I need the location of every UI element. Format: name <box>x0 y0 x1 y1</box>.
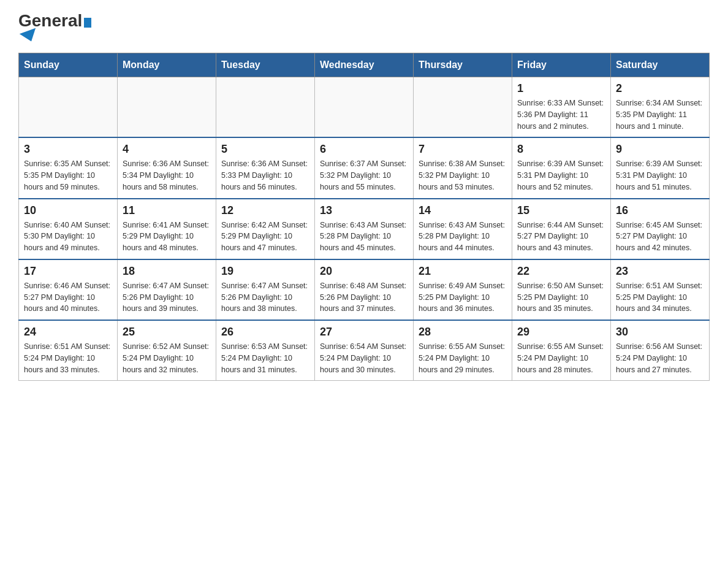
day-info: Sunrise: 6:43 AM Sunset: 5:28 PM Dayligh… <box>320 220 408 254</box>
day-number: 5 <box>221 143 309 156</box>
calendar-day-cell: 18Sunrise: 6:47 AM Sunset: 5:26 PM Dayli… <box>118 259 216 320</box>
calendar-day-cell: 17Sunrise: 6:46 AM Sunset: 5:27 PM Dayli… <box>19 259 118 320</box>
weekday-header-row: SundayMondayTuesdayWednesdayThursdayFrid… <box>19 53 710 77</box>
day-number: 7 <box>419 143 507 156</box>
day-number: 23 <box>616 265 704 278</box>
calendar-day-cell: 13Sunrise: 6:43 AM Sunset: 5:28 PM Dayli… <box>315 199 414 259</box>
calendar-day-cell: 20Sunrise: 6:48 AM Sunset: 5:26 PM Dayli… <box>315 259 414 320</box>
day-number: 16 <box>616 204 704 217</box>
day-info: Sunrise: 6:36 AM Sunset: 5:33 PM Dayligh… <box>221 158 309 193</box>
calendar-week-row: 10Sunrise: 6:40 AM Sunset: 5:30 PM Dayli… <box>19 199 710 259</box>
day-info: Sunrise: 6:46 AM Sunset: 5:27 PM Dayligh… <box>24 280 112 315</box>
calendar-day-cell: 27Sunrise: 6:54 AM Sunset: 5:24 PM Dayli… <box>315 320 414 381</box>
calendar-day-cell: 11Sunrise: 6:41 AM Sunset: 5:29 PM Dayli… <box>118 199 216 259</box>
calendar-day-cell: 19Sunrise: 6:47 AM Sunset: 5:26 PM Dayli… <box>216 259 315 320</box>
weekday-header-friday: Friday <box>512 53 611 77</box>
calendar-table: SundayMondayTuesdayWednesdayThursdayFrid… <box>18 53 710 381</box>
day-number: 2 <box>616 82 704 95</box>
day-info: Sunrise: 6:40 AM Sunset: 5:30 PM Dayligh… <box>24 220 112 254</box>
day-number: 14 <box>419 204 507 217</box>
day-info: Sunrise: 6:50 AM Sunset: 5:25 PM Dayligh… <box>517 280 605 315</box>
calendar-day-cell <box>19 77 118 138</box>
day-info: Sunrise: 6:34 AM Sunset: 5:35 PM Dayligh… <box>616 98 704 132</box>
day-info: Sunrise: 6:47 AM Sunset: 5:26 PM Dayligh… <box>221 280 309 315</box>
calendar-day-cell <box>315 77 414 138</box>
day-number: 1 <box>517 82 605 95</box>
calendar-day-cell: 4Sunrise: 6:36 AM Sunset: 5:34 PM Daylig… <box>118 137 216 198</box>
day-info: Sunrise: 6:39 AM Sunset: 5:31 PM Dayligh… <box>616 158 704 193</box>
day-number: 8 <box>517 143 605 156</box>
day-number: 4 <box>123 143 211 156</box>
calendar-day-cell <box>118 77 216 138</box>
logo-blue-text <box>18 29 38 40</box>
day-info: Sunrise: 6:35 AM Sunset: 5:35 PM Dayligh… <box>24 158 112 193</box>
day-number: 21 <box>419 265 507 278</box>
day-number: 26 <box>221 326 309 339</box>
day-number: 9 <box>616 143 704 156</box>
calendar-day-cell: 23Sunrise: 6:51 AM Sunset: 5:25 PM Dayli… <box>611 259 710 320</box>
day-number: 24 <box>24 326 112 339</box>
day-number: 6 <box>320 143 408 156</box>
calendar-day-cell: 25Sunrise: 6:52 AM Sunset: 5:24 PM Dayli… <box>118 320 216 381</box>
weekday-header-wednesday: Wednesday <box>315 53 414 77</box>
calendar-day-cell: 30Sunrise: 6:56 AM Sunset: 5:24 PM Dayli… <box>611 320 710 381</box>
day-number: 20 <box>320 265 408 278</box>
day-info: Sunrise: 6:43 AM Sunset: 5:28 PM Dayligh… <box>419 220 507 254</box>
calendar-day-cell: 22Sunrise: 6:50 AM Sunset: 5:25 PM Dayli… <box>512 259 611 320</box>
weekday-header-thursday: Thursday <box>414 53 512 77</box>
day-info: Sunrise: 6:51 AM Sunset: 5:25 PM Dayligh… <box>616 280 704 315</box>
calendar-day-cell: 28Sunrise: 6:55 AM Sunset: 5:24 PM Dayli… <box>414 320 512 381</box>
day-number: 10 <box>24 204 112 217</box>
logo: General <box>18 12 91 40</box>
calendar-day-cell <box>414 77 512 138</box>
calendar-day-cell: 29Sunrise: 6:55 AM Sunset: 5:24 PM Dayli… <box>512 320 611 381</box>
day-info: Sunrise: 6:52 AM Sunset: 5:24 PM Dayligh… <box>123 341 211 375</box>
day-number: 12 <box>221 204 309 217</box>
logo-general-text: General <box>18 12 91 29</box>
calendar-day-cell: 7Sunrise: 6:38 AM Sunset: 5:32 PM Daylig… <box>414 137 512 198</box>
day-number: 19 <box>221 265 309 278</box>
day-info: Sunrise: 6:49 AM Sunset: 5:25 PM Dayligh… <box>419 280 507 315</box>
calendar-day-cell: 24Sunrise: 6:51 AM Sunset: 5:24 PM Dayli… <box>19 320 118 381</box>
calendar-day-cell: 21Sunrise: 6:49 AM Sunset: 5:25 PM Dayli… <box>414 259 512 320</box>
weekday-header-saturday: Saturday <box>611 53 710 77</box>
day-number: 29 <box>517 326 605 339</box>
page-header: General <box>18 12 710 40</box>
calendar-day-cell: 2Sunrise: 6:34 AM Sunset: 5:35 PM Daylig… <box>611 77 710 138</box>
calendar-week-row: 24Sunrise: 6:51 AM Sunset: 5:24 PM Dayli… <box>19 320 710 381</box>
day-info: Sunrise: 6:55 AM Sunset: 5:24 PM Dayligh… <box>517 341 605 375</box>
day-info: Sunrise: 6:42 AM Sunset: 5:29 PM Dayligh… <box>221 220 309 254</box>
calendar-day-cell: 1Sunrise: 6:33 AM Sunset: 5:36 PM Daylig… <box>512 77 611 138</box>
day-info: Sunrise: 6:38 AM Sunset: 5:32 PM Dayligh… <box>419 158 507 193</box>
day-info: Sunrise: 6:39 AM Sunset: 5:31 PM Dayligh… <box>517 158 605 193</box>
day-info: Sunrise: 6:47 AM Sunset: 5:26 PM Dayligh… <box>123 280 211 315</box>
calendar-week-row: 1Sunrise: 6:33 AM Sunset: 5:36 PM Daylig… <box>19 77 710 138</box>
day-info: Sunrise: 6:44 AM Sunset: 5:27 PM Dayligh… <box>517 220 605 254</box>
calendar-day-cell: 15Sunrise: 6:44 AM Sunset: 5:27 PM Dayli… <box>512 199 611 259</box>
day-info: Sunrise: 6:33 AM Sunset: 5:36 PM Dayligh… <box>517 98 605 132</box>
weekday-header-tuesday: Tuesday <box>216 53 315 77</box>
day-info: Sunrise: 6:37 AM Sunset: 5:32 PM Dayligh… <box>320 158 408 193</box>
calendar-week-row: 3Sunrise: 6:35 AM Sunset: 5:35 PM Daylig… <box>19 137 710 198</box>
day-info: Sunrise: 6:48 AM Sunset: 5:26 PM Dayligh… <box>320 280 408 315</box>
day-number: 15 <box>517 204 605 217</box>
weekday-header-monday: Monday <box>118 53 216 77</box>
calendar-day-cell: 8Sunrise: 6:39 AM Sunset: 5:31 PM Daylig… <box>512 137 611 198</box>
day-number: 17 <box>24 265 112 278</box>
calendar-week-row: 17Sunrise: 6:46 AM Sunset: 5:27 PM Dayli… <box>19 259 710 320</box>
day-number: 18 <box>123 265 211 278</box>
day-info: Sunrise: 6:55 AM Sunset: 5:24 PM Dayligh… <box>419 341 507 375</box>
day-number: 22 <box>517 265 605 278</box>
calendar-day-cell: 12Sunrise: 6:42 AM Sunset: 5:29 PM Dayli… <box>216 199 315 259</box>
calendar-day-cell: 6Sunrise: 6:37 AM Sunset: 5:32 PM Daylig… <box>315 137 414 198</box>
calendar-day-cell: 10Sunrise: 6:40 AM Sunset: 5:30 PM Dayli… <box>19 199 118 259</box>
calendar-day-cell: 26Sunrise: 6:53 AM Sunset: 5:24 PM Dayli… <box>216 320 315 381</box>
calendar-day-cell: 9Sunrise: 6:39 AM Sunset: 5:31 PM Daylig… <box>611 137 710 198</box>
calendar-day-cell: 3Sunrise: 6:35 AM Sunset: 5:35 PM Daylig… <box>19 137 118 198</box>
day-number: 3 <box>24 143 112 156</box>
day-number: 11 <box>123 204 211 217</box>
day-number: 27 <box>320 326 408 339</box>
logo-triangle-icon <box>20 28 39 44</box>
day-info: Sunrise: 6:53 AM Sunset: 5:24 PM Dayligh… <box>221 341 309 375</box>
day-info: Sunrise: 6:56 AM Sunset: 5:24 PM Dayligh… <box>616 341 704 375</box>
